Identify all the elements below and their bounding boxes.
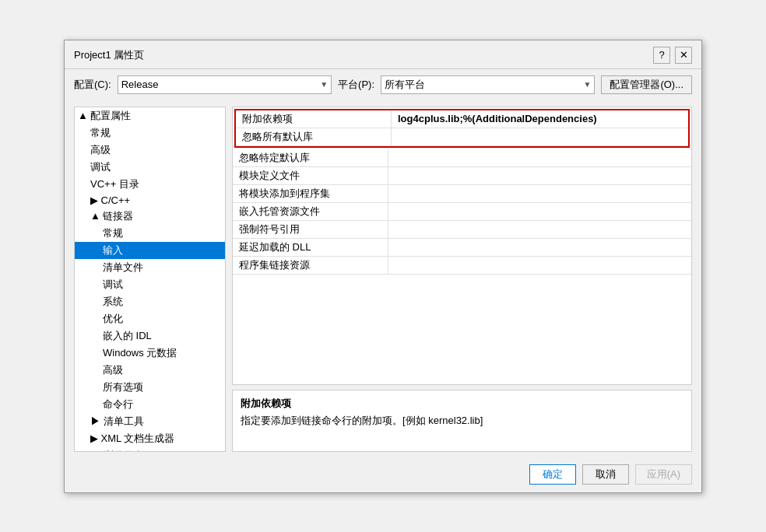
prop-value <box>388 221 691 238</box>
prop-row[interactable]: 附加依赖项log4cplus.lib;%(AdditionalDependenc… <box>236 110 688 128</box>
platform-select[interactable]: 所有平台 ▼ <box>381 75 595 94</box>
config-value: Release <box>121 79 159 90</box>
tree-item-browse-info[interactable]: ▶ 浏览信息 <box>75 447 225 452</box>
close-button[interactable]: ✕ <box>675 47 692 64</box>
prop-value <box>388 149 691 166</box>
prop-name: 附加依赖项 <box>236 110 392 128</box>
config-select[interactable]: Release ▼ <box>118 75 332 94</box>
description-text: 指定要添加到链接命令行的附加项。[例如 kernel32.lib] <box>241 414 683 428</box>
ok-button[interactable]: 确定 <box>529 464 576 485</box>
prop-name: 延迟加载的 DLL <box>233 239 388 256</box>
prop-value <box>392 128 688 145</box>
prop-value: log4cplus.lib;%(AdditionalDependencies) <box>392 110 688 128</box>
tree-item-linker-input[interactable]: 输入 <box>75 242 225 259</box>
property-tree[interactable]: ▲ 配置属性常规高级调试VC++ 目录▶ C/C++▲ 链接器常规输入清单文件调… <box>74 107 226 452</box>
tree-item-linker-adv[interactable]: 高级 <box>75 362 225 379</box>
title-bar: Project1 属性页 ? ✕ <box>65 40 701 69</box>
config-bar: 配置(C): Release ▼ 平台(P): 所有平台 ▼ 配置管理器(O).… <box>65 69 701 100</box>
prop-row[interactable]: 延迟加载的 DLL <box>233 239 691 257</box>
tree-item-linker-idl[interactable]: 嵌入的 IDL <box>75 327 225 345</box>
tree-item-linker-general[interactable]: 常规 <box>75 225 225 242</box>
prop-value <box>388 203 691 220</box>
prop-row[interactable]: 忽略所有默认库 <box>236 128 688 146</box>
prop-name: 将模块添加到程序集 <box>233 185 388 202</box>
tree-item-linker-opt[interactable]: 优化 <box>75 310 225 327</box>
platform-arrow-icon: ▼ <box>584 80 592 89</box>
prop-row[interactable]: 忽略特定默认库 <box>233 149 691 167</box>
help-button[interactable]: ? <box>653 47 670 64</box>
prop-value <box>388 185 691 202</box>
prop-value <box>388 257 691 274</box>
tree-item-manifest-tool[interactable]: ▶ 清单工具 <box>75 413 225 430</box>
tree-item-xml-gen[interactable]: ▶ XML 文档生成器 <box>75 430 225 447</box>
dialog-title: Project1 属性页 <box>74 48 144 62</box>
dialog-footer: 确定 取消 应用(A) <box>65 458 701 492</box>
tree-item-linker-all[interactable]: 所有选项 <box>75 379 225 396</box>
tree-item-linker-debug[interactable]: 调试 <box>75 276 225 293</box>
tree-item-config-props[interactable]: ▲ 配置属性 <box>75 107 225 124</box>
prop-name: 强制符号引用 <box>233 221 388 238</box>
main-content: ▲ 配置属性常规高级调试VC++ 目录▶ C/C++▲ 链接器常规输入清单文件调… <box>65 100 701 458</box>
tree-item-linker-cmd[interactable]: 命令行 <box>75 396 225 413</box>
tree-item-linker-winmeta[interactable]: Windows 元数据 <box>75 345 225 362</box>
platform-label: 平台(P): <box>338 78 374 92</box>
prop-value <box>388 239 691 256</box>
description-panel: 附加依赖项 指定要添加到链接命令行的附加项。[例如 kernel32.lib] <box>232 390 692 452</box>
tree-item-linker-manifest[interactable]: 清单文件 <box>75 259 225 276</box>
prop-value <box>388 167 691 184</box>
prop-row[interactable]: 强制符号引用 <box>233 221 691 239</box>
title-bar-buttons: ? ✕ <box>653 47 692 64</box>
prop-name: 嵌入托管资源文件 <box>233 203 388 220</box>
properties-table: 附加依赖项log4cplus.lib;%(AdditionalDependenc… <box>232 107 692 385</box>
cancel-button[interactable]: 取消 <box>582 464 629 485</box>
tree-item-vc-dirs[interactable]: VC++ 目录 <box>75 176 225 193</box>
prop-row[interactable]: 程序集链接资源 <box>233 257 691 275</box>
description-title: 附加依赖项 <box>241 397 683 411</box>
prop-name: 忽略特定默认库 <box>233 149 388 166</box>
prop-row[interactable]: 嵌入托管资源文件 <box>233 203 691 221</box>
platform-value: 所有平台 <box>385 78 425 92</box>
tree-item-debug[interactable]: 调试 <box>75 159 225 176</box>
highlighted-props-group: 附加依赖项log4cplus.lib;%(AdditionalDependenc… <box>234 109 690 148</box>
prop-row[interactable]: 将模块添加到程序集 <box>233 185 691 203</box>
config-arrow-icon: ▼ <box>320 80 328 89</box>
prop-name: 程序集链接资源 <box>233 257 388 274</box>
config-label: 配置(C): <box>74 78 111 92</box>
prop-name: 忽略所有默认库 <box>236 128 392 145</box>
tree-item-cpp[interactable]: ▶ C/C++ <box>75 193 225 208</box>
tree-item-general[interactable]: 常规 <box>75 124 225 142</box>
apply-button[interactable]: 应用(A) <box>635 464 692 485</box>
prop-name: 模块定义文件 <box>233 167 388 184</box>
tree-item-linker-system[interactable]: 系统 <box>75 293 225 310</box>
prop-row[interactable]: 模块定义文件 <box>233 167 691 185</box>
properties-dialog: Project1 属性页 ? ✕ 配置(C): Release ▼ 平台(P):… <box>64 40 702 493</box>
tree-item-advanced[interactable]: 高级 <box>75 142 225 159</box>
config-manager-button[interactable]: 配置管理器(O)... <box>601 75 692 94</box>
right-panel: 附加依赖项log4cplus.lib;%(AdditionalDependenc… <box>232 107 692 452</box>
tree-item-linker[interactable]: ▲ 链接器 <box>75 208 225 225</box>
